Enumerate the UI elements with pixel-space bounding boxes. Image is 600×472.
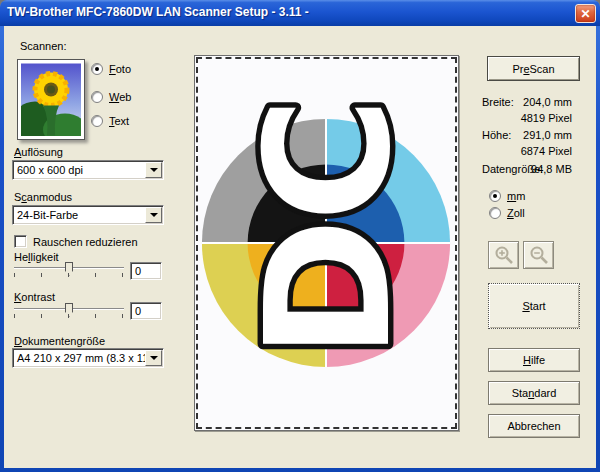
prescan-label: PreScan xyxy=(512,63,554,75)
docsize-label: Dokumentengröße xyxy=(14,335,105,347)
radio-web-circle[interactable] xyxy=(91,91,103,103)
label-accel: H xyxy=(523,354,531,366)
height-pixel-value: 6874 Pixel xyxy=(521,145,572,157)
label-text: dard xyxy=(534,387,556,399)
scanmode-select[interactable]: 24-Bit-Farbe xyxy=(12,205,164,225)
label-text: ilfe xyxy=(531,354,545,366)
radio-web-label: Web xyxy=(109,91,131,103)
magnifier-handle xyxy=(506,258,512,264)
scannen-label: Scannen: xyxy=(20,40,66,52)
width-mm-value: 204,0 mm xyxy=(523,96,572,108)
chevron-down-icon xyxy=(150,213,158,217)
label-text: ontrast xyxy=(21,291,55,303)
slider-ticks xyxy=(14,273,124,277)
tick xyxy=(95,273,96,277)
label-text: ext xyxy=(115,115,130,127)
label-text: eb xyxy=(119,91,131,103)
resolution-label: Auflösung xyxy=(14,146,63,158)
cancel-label: Abbrechen xyxy=(507,420,560,432)
docsize-select[interactable]: A4 210 x 297 mm (8.3 x 11. xyxy=(12,348,164,368)
label-accel: W xyxy=(109,91,119,103)
noise-reduction-label: Rauschen reduzieren xyxy=(33,236,138,248)
tick xyxy=(14,314,15,318)
scanmode-label: Scanmodus xyxy=(14,191,72,203)
label-text: anmodus xyxy=(27,191,72,203)
radio-text-label: Text xyxy=(109,115,129,127)
close-button[interactable]: ✕ xyxy=(575,4,596,23)
docsize-value: A4 210 x 297 mm (8.3 x 11. xyxy=(13,352,145,364)
datasize-value: 94,8 MB xyxy=(531,163,572,175)
height-mm-value: 291,0 mm xyxy=(523,129,572,141)
scanner-setup-dialog: TW-Brother MFC-7860DW LAN Scanner Setup … xyxy=(0,0,600,472)
contrast-slider[interactable] xyxy=(14,303,124,319)
standard-label: Standard xyxy=(512,387,557,399)
radio-zoll-circle[interactable] xyxy=(489,207,501,219)
contrast-label: Kontrast xyxy=(14,291,55,303)
scan-type-thumbnail xyxy=(17,59,85,140)
radio-foto[interactable]: Foto xyxy=(91,63,131,75)
resolution-dropdown-arrow-icon[interactable] xyxy=(145,162,162,178)
label-text: uflösung xyxy=(21,146,63,158)
height-label: Höhe: xyxy=(482,129,511,141)
chevron-down-icon xyxy=(150,356,158,360)
label-text: oll xyxy=(514,207,525,219)
prescan-button[interactable]: PreScan xyxy=(487,56,580,81)
radio-mm-circle[interactable] xyxy=(489,190,501,202)
magnifier-plus-icon xyxy=(493,244,515,266)
width-label: Breite: xyxy=(482,96,514,108)
preview-area[interactable]: DC xyxy=(194,55,459,431)
radio-unit-zoll[interactable]: Zoll xyxy=(489,207,525,219)
start-button[interactable]: Start xyxy=(488,283,580,329)
start-label: Start xyxy=(522,300,545,312)
width-pixel-value: 4819 Pixel xyxy=(521,112,572,124)
radio-web[interactable]: Web xyxy=(91,91,131,103)
help-button[interactable]: Hilfe xyxy=(488,348,580,372)
tick xyxy=(41,314,42,318)
contrast-value-field[interactable]: 0 xyxy=(130,302,162,320)
radio-foto-circle[interactable] xyxy=(91,63,103,75)
brightness-value-field[interactable]: 0 xyxy=(130,262,162,280)
radio-zoll-label: Zoll xyxy=(507,207,525,219)
tick xyxy=(122,273,123,277)
label-accel: Z xyxy=(507,207,514,219)
label-text: oto xyxy=(116,63,131,75)
scanmode-dropdown-arrow-icon[interactable] xyxy=(145,207,162,223)
magnifier-handle xyxy=(541,258,547,264)
radio-text[interactable]: Text xyxy=(91,115,129,127)
label-accel: D xyxy=(14,335,22,347)
radio-foto-label: Foto xyxy=(109,63,131,75)
window-title: TW-Brother MFC-7860DW LAN Scanner Setup … xyxy=(7,5,309,19)
label-accel: F xyxy=(109,63,116,75)
brightness-slider[interactable] xyxy=(14,262,124,278)
tick xyxy=(95,314,96,318)
cancel-button[interactable]: Abbrechen xyxy=(488,414,580,438)
label-text: Scan xyxy=(530,63,555,75)
label-accel: m xyxy=(507,190,516,202)
radio-unit-mm[interactable]: mm xyxy=(489,190,525,202)
label-text: Sta xyxy=(512,387,529,399)
sunflower-image xyxy=(21,63,81,136)
help-label: Hilfe xyxy=(523,354,545,366)
tick xyxy=(41,273,42,277)
tick xyxy=(68,273,69,277)
title-bar[interactable]: TW-Brother MFC-7860DW LAN Scanner Setup … xyxy=(0,0,600,26)
resolution-value: 600 x 600 dpi xyxy=(13,164,145,176)
docsize-dropdown-arrow-icon[interactable] xyxy=(145,350,162,366)
standard-button[interactable]: Standard xyxy=(488,381,580,405)
label-text: Pr xyxy=(512,63,523,75)
chevron-down-icon xyxy=(150,168,158,172)
tick xyxy=(68,314,69,318)
label-accel: S xyxy=(522,300,529,312)
zoom-in-button[interactable] xyxy=(488,241,519,269)
scanmode-value: 24-Bit-Farbe xyxy=(13,209,145,221)
flower-core xyxy=(47,86,55,94)
label-text: tart xyxy=(530,300,546,312)
radio-text-circle[interactable] xyxy=(91,115,103,127)
noise-reduction-checkbox[interactable] xyxy=(14,235,27,248)
label-text: okumentengröße xyxy=(22,335,105,347)
dc-letters: DC xyxy=(230,101,428,360)
zoom-out-button[interactable] xyxy=(523,241,554,269)
magnifier-minus-icon xyxy=(528,244,550,266)
resolution-select[interactable]: 600 x 600 dpi xyxy=(12,160,164,180)
close-icon: ✕ xyxy=(580,7,590,21)
